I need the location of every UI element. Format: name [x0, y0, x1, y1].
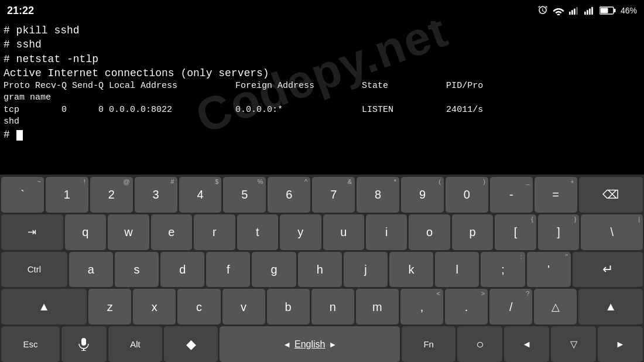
key-arrow-down[interactable]: ▽ [551, 326, 596, 362]
keyboard-row-bottom: Esc Alt ◆ ◄ English ► Fn ○ ◄ ▽ ► [1, 326, 643, 362]
svg-rect-0 [569, 12, 571, 15]
svg-rect-3 [576, 7, 578, 15]
keyboard-row-zxcv: ▲ z x c v b n m <, >. ?/ △ ▲ [1, 289, 643, 325]
key-a[interactable]: a [69, 252, 113, 288]
key-o[interactable]: o [409, 214, 450, 250]
term-line-3: # netstat -ntlp [4, 52, 640, 66]
svg-rect-9 [600, 8, 608, 13]
key-d[interactable]: d [160, 252, 204, 288]
key-backtick[interactable]: ~` [1, 177, 44, 213]
key-p[interactable]: p [452, 214, 493, 250]
key-enter[interactable]: ↵ [573, 252, 643, 288]
alarm-icon [537, 5, 548, 16]
key-fn[interactable]: Fn [402, 326, 455, 362]
key-c[interactable]: c [177, 289, 220, 325]
svg-rect-11 [81, 338, 86, 346]
mic-icon [78, 338, 89, 351]
term-line-2: # sshd [4, 37, 640, 52]
key-tab[interactable]: ⇥ [1, 214, 63, 250]
key-t[interactable]: t [237, 214, 278, 250]
battery-icon [600, 6, 616, 15]
key-f[interactable]: f [206, 252, 250, 288]
key-s[interactable]: s [115, 252, 159, 288]
key-4[interactable]: $4 [179, 177, 222, 213]
key-triangle[interactable]: △ [534, 289, 577, 325]
key-3[interactable]: #3 [135, 177, 177, 213]
svg-rect-5 [587, 10, 588, 15]
key-b[interactable]: b [267, 289, 310, 325]
key-0[interactable]: )0 [446, 177, 488, 213]
key-alt[interactable]: Alt [108, 326, 162, 362]
key-quote[interactable]: "' [527, 252, 571, 288]
key-mic[interactable] [61, 326, 107, 362]
key-circle[interactable]: ○ [457, 326, 502, 362]
svg-rect-4 [584, 12, 586, 15]
key-n[interactable]: n [311, 289, 354, 325]
key-9[interactable]: (9 [401, 177, 444, 213]
svg-rect-7 [591, 7, 593, 15]
wifi-icon [553, 6, 564, 15]
key-h[interactable]: h [298, 252, 342, 288]
key-minus[interactable]: _- [490, 177, 533, 213]
key-1[interactable]: !1 [46, 177, 88, 213]
key-7[interactable]: &7 [312, 177, 355, 213]
key-r[interactable]: r [194, 214, 235, 250]
key-l[interactable]: l [435, 252, 479, 288]
key-e[interactable]: e [151, 214, 192, 250]
key-u[interactable]: u [323, 214, 364, 250]
key-semicolon[interactable]: :; [481, 252, 525, 288]
key-i[interactable]: i [366, 214, 407, 250]
signal-icon-2 [584, 6, 595, 15]
signal-icon-1 [569, 6, 580, 15]
cursor [16, 130, 23, 141]
key-g[interactable]: g [252, 252, 296, 288]
key-equals[interactable]: += [535, 177, 577, 213]
space-label: English [294, 339, 325, 350]
key-x[interactable]: x [133, 289, 176, 325]
svg-rect-2 [574, 8, 576, 15]
key-comma[interactable]: <, [400, 289, 443, 325]
key-backslash[interactable]: |\ [581, 214, 643, 250]
status-bar: 21:22 46% [0, 0, 644, 21]
keyboard-row-asdf: Ctrl a s d f g h j k l :; "' ↵ [1, 252, 643, 288]
term-line-6: gram name [4, 92, 640, 104]
key-shift-right[interactable]: ▲ [578, 289, 643, 325]
key-fwdslash[interactable]: ?/ [489, 289, 532, 325]
svg-rect-6 [589, 8, 591, 15]
key-k[interactable]: k [389, 252, 433, 288]
key-8[interactable]: *8 [357, 177, 399, 213]
key-m[interactable]: m [356, 289, 399, 325]
battery-percent: 46% [621, 6, 637, 15]
key-esc[interactable]: Esc [1, 326, 60, 362]
term-line-7: tcp 0 0 0.0.0.0:8022 0.0.0.0:* LISTEN 24… [4, 104, 640, 116]
svg-rect-1 [571, 10, 573, 15]
key-shift-left[interactable]: ▲ [1, 289, 87, 325]
key-ctrl[interactable]: Ctrl [1, 252, 67, 288]
key-v[interactable]: v [222, 289, 265, 325]
key-6[interactable]: ^6 [268, 177, 310, 213]
key-q[interactable]: q [65, 214, 106, 250]
key-2[interactable]: @2 [90, 177, 133, 213]
key-5[interactable]: %5 [223, 177, 266, 213]
key-backspace[interactable]: ⌫ [579, 177, 643, 213]
key-sym[interactable]: ◆ [164, 326, 218, 362]
space-arrow-right: ► [329, 340, 337, 349]
key-j[interactable]: j [344, 252, 388, 288]
keyboard-row-qwerty: ⇥ q w e r t y u i o p {[ }] |\ [1, 214, 643, 250]
term-line-1: # pkill sshd [4, 23, 640, 37]
key-period[interactable]: >. [445, 289, 488, 325]
key-space[interactable]: ◄ English ► [220, 326, 400, 362]
term-line-4: Active Internet connections (only server… [4, 66, 640, 80]
keyboard: ~` !1 @2 #3 $4 %5 ^6 &7 *8 (9 )0 _- += ⌫… [0, 175, 644, 362]
key-arrow-left[interactable]: ◄ [504, 326, 549, 362]
key-z[interactable]: z [88, 289, 131, 325]
terminal: # pkill sshd # sshd # netstat -ntlp Acti… [0, 21, 644, 175]
svg-rect-10 [614, 9, 615, 12]
key-arrow-right[interactable]: ► [598, 326, 643, 362]
space-arrow-left: ◄ [283, 340, 291, 349]
status-time: 21:22 [7, 5, 34, 17]
key-w[interactable]: w [108, 214, 149, 250]
key-bracket-open[interactable]: {[ [495, 214, 536, 250]
key-bracket-close[interactable]: }] [538, 214, 579, 250]
key-y[interactable]: y [280, 214, 321, 250]
